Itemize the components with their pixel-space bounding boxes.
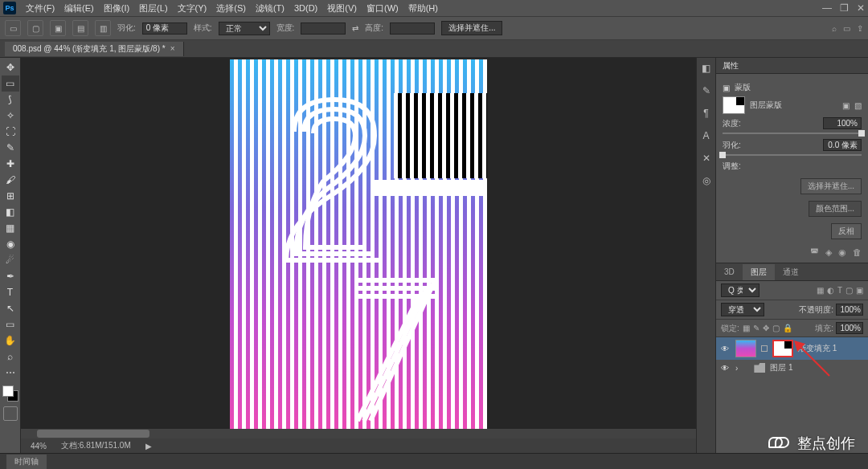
hand-tool-icon[interactable]: ✋	[2, 332, 19, 349]
swap-icon[interactable]: ⇄	[352, 24, 358, 33]
tool-preset-icon[interactable]: ▭	[5, 20, 21, 36]
selmode-int-icon[interactable]: ▥	[95, 20, 111, 36]
dodge-tool-icon[interactable]: ☄	[2, 252, 19, 268]
visibility-icon[interactable]: 👁	[721, 345, 731, 353]
chevron-right-icon[interactable]: ›	[735, 364, 738, 373]
filter-adjust-icon[interactable]: ◐	[827, 286, 834, 295]
dock-paragraph-icon[interactable]: ¶	[703, 108, 708, 119]
layer-thumb-gradient[interactable]	[735, 340, 756, 357]
filter-type-icon[interactable]: T	[837, 286, 842, 295]
lock-paint-icon[interactable]: ✎	[753, 324, 760, 332]
select-mask-prop-button[interactable]: 选择并遮住...	[800, 178, 862, 194]
layer-name[interactable]: 图层 1	[770, 362, 792, 373]
pen-tool-icon[interactable]: ✒	[2, 268, 19, 284]
fill-input[interactable]	[836, 322, 863, 334]
tab-3d[interactable]: 3D	[716, 265, 743, 279]
opacity-input[interactable]	[836, 304, 863, 316]
move-tool-icon[interactable]: ✥	[2, 59, 19, 75]
wand-tool-icon[interactable]: ✧	[2, 108, 19, 124]
canvas-area[interactable]: 44% 文档:6.81M/151.0M ▶	[21, 58, 696, 453]
menu-help[interactable]: 帮助(H)	[403, 1, 443, 16]
filter-smart-icon[interactable]: ▣	[856, 286, 863, 295]
tab-close-icon[interactable]: ×	[170, 44, 175, 53]
lock-all-icon[interactable]: 🔒	[783, 324, 792, 332]
dock-brush-icon[interactable]: ✎	[702, 85, 710, 96]
properties-panel-tab[interactable]: 属性	[716, 58, 868, 74]
search-icon[interactable]: ⌕	[832, 24, 837, 33]
gradient-tool-icon[interactable]: ▦	[2, 220, 19, 236]
blur-tool-icon[interactable]: ◉	[2, 236, 19, 252]
zoom-tool-icon[interactable]: ⌕	[2, 349, 19, 365]
close-window-icon[interactable]: ✕	[857, 2, 865, 14]
apply-mask-icon[interactable]: ◈	[825, 247, 832, 258]
color-range-button[interactable]: 颜色范围...	[809, 201, 862, 217]
layer-name[interactable]: 渐变填充 1	[798, 343, 837, 354]
select-and-mask-button[interactable]: 选择并遮住...	[441, 21, 502, 35]
menu-window[interactable]: 窗口(W)	[362, 1, 403, 16]
lock-pos-icon[interactable]: ✥	[763, 324, 769, 332]
load-sel-icon[interactable]: ◚	[810, 247, 819, 258]
layer-row-gradient-fill[interactable]: 👁 渐变填充 1	[716, 337, 868, 360]
shape-tool-icon[interactable]: ▭	[2, 316, 19, 332]
dock-libraries-icon[interactable]: ◎	[702, 175, 710, 186]
tab-layers[interactable]: 图层	[743, 264, 775, 280]
style-select[interactable]: 正常	[219, 22, 270, 35]
menu-filter[interactable]: 滤镜(T)	[251, 1, 289, 16]
invert-button[interactable]: 反相	[831, 223, 862, 239]
doc-info[interactable]: 文档:6.81M/151.0M	[61, 440, 131, 451]
dock-history-icon[interactable]: ◧	[702, 63, 710, 74]
status-arrow-icon[interactable]: ▶	[145, 442, 152, 451]
pixel-mask-icon[interactable]: ▣	[842, 101, 850, 110]
lock-trans-icon[interactable]: ▦	[743, 324, 750, 332]
feather-slider[interactable]	[723, 154, 862, 156]
menu-file[interactable]: 文件(F)	[21, 1, 59, 16]
timeline-tab-label[interactable]: 时间轴	[6, 455, 47, 469]
height-input[interactable]	[390, 22, 435, 35]
restore-icon[interactable]: ❐	[840, 2, 849, 14]
selmode-add-icon[interactable]: ▣	[50, 20, 66, 36]
menu-image[interactable]: 图像(I)	[99, 1, 134, 16]
menu-type[interactable]: 文字(Y)	[173, 1, 212, 16]
layer-row-group[interactable]: 👁 › 图层 1	[716, 360, 868, 376]
color-swatch[interactable]	[2, 385, 18, 402]
brush-tool-icon[interactable]: 🖌	[2, 172, 19, 188]
eyedropper-tool-icon[interactable]: ✎	[2, 140, 19, 156]
disable-mask-icon[interactable]: ◉	[838, 247, 846, 258]
edit-toolbar-icon[interactable]: ⋯	[2, 365, 19, 381]
workspace-icon[interactable]: ▭	[843, 24, 850, 33]
stamp-tool-icon[interactable]: ⊞	[2, 188, 19, 204]
delete-mask-icon[interactable]: 🗑	[853, 247, 862, 258]
feather-input[interactable]	[142, 22, 187, 35]
type-tool-icon[interactable]: T	[2, 284, 19, 300]
zoom-level[interactable]: 44%	[31, 442, 47, 451]
menu-view[interactable]: 视图(V)	[322, 1, 362, 16]
share-icon[interactable]: ⇪	[857, 24, 863, 33]
width-input[interactable]	[301, 22, 346, 35]
lasso-tool-icon[interactable]: ⟆	[2, 92, 19, 108]
layer-mask-thumb[interactable]	[772, 340, 793, 357]
density-input[interactable]	[823, 117, 862, 129]
menu-edit[interactable]: 编辑(E)	[59, 1, 99, 16]
tab-channels[interactable]: 通道	[775, 264, 807, 280]
menu-layer[interactable]: 图层(L)	[134, 1, 172, 16]
layer-link-icon[interactable]	[761, 345, 768, 352]
layer-filter-select[interactable]: Q 类型	[721, 283, 760, 297]
blend-mode-select[interactable]: 穿透	[721, 303, 764, 316]
vector-mask-icon[interactable]: ▧	[854, 101, 862, 110]
menu-3d[interactable]: 3D(D)	[289, 2, 322, 14]
dock-swatches-icon[interactable]: ✕	[702, 153, 710, 164]
h-scrollbar[interactable]	[21, 429, 696, 438]
marquee-tool-icon[interactable]: ▭	[2, 75, 19, 92]
lock-artboard-icon[interactable]: ▢	[772, 324, 780, 332]
quickmask-icon[interactable]	[3, 406, 18, 421]
dock-character-icon[interactable]: A	[702, 130, 709, 141]
h-scroll-thumb[interactable]	[37, 430, 149, 438]
crop-tool-icon[interactable]: ⛶	[2, 124, 19, 140]
feather-prop-input[interactable]	[823, 139, 862, 151]
density-slider[interactable]	[723, 133, 862, 134]
path-tool-icon[interactable]: ↖	[2, 300, 19, 316]
visibility-icon[interactable]: 👁	[721, 364, 731, 373]
minimize-icon[interactable]: —	[822, 2, 832, 14]
canvas[interactable]	[230, 59, 487, 429]
menu-select[interactable]: 选择(S)	[211, 1, 251, 16]
